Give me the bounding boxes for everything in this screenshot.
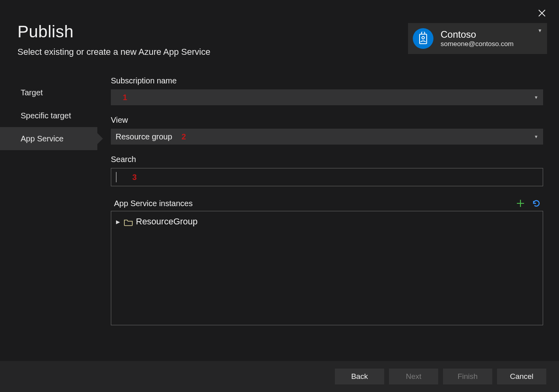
- back-button[interactable]: Back: [335, 369, 384, 384]
- account-picker[interactable]: Contoso someone@contoso.com ▼: [408, 23, 547, 54]
- plus-icon: [516, 199, 525, 208]
- refresh-icon: [532, 199, 541, 208]
- tree-item-resource-group[interactable]: ▶ ResourceGroup: [115, 214, 539, 229]
- sidebar-item-app-service[interactable]: App Service: [0, 127, 97, 150]
- expand-icon[interactable]: ▶: [115, 219, 121, 225]
- refresh-button[interactable]: [531, 198, 542, 209]
- sidebar-item-label: Target: [21, 88, 43, 97]
- sidebar-item-specific-target[interactable]: Specific target: [0, 104, 97, 127]
- chevron-down-icon: ▼: [538, 28, 542, 33]
- close-button[interactable]: [536, 7, 548, 19]
- publish-dialog: Publish Select existing or create a new …: [0, 0, 559, 392]
- finish-button[interactable]: Finish: [443, 369, 492, 384]
- account-badge-icon: [413, 28, 433, 49]
- callout-marker-1: 1: [123, 93, 127, 102]
- view-select[interactable]: Resource group 2 ▼: [111, 129, 543, 145]
- view-value: Resource group: [116, 132, 172, 141]
- subscription-select[interactable]: 1 ▼: [111, 89, 543, 105]
- text-cursor: [116, 172, 116, 182]
- instances-header: App Service instances: [111, 198, 543, 209]
- account-info: Contoso someone@contoso.com: [441, 29, 536, 48]
- chevron-down-icon: ▼: [534, 134, 538, 139]
- sidebar-item-label: App Service: [21, 134, 64, 143]
- instances-label: App Service instances: [111, 199, 193, 208]
- wizard-steps-sidebar: Target Specific target App Service: [0, 76, 97, 338]
- search-label: Search: [111, 155, 543, 164]
- form-area: Subscription name 1 ▼ View Resource grou…: [97, 76, 559, 338]
- cancel-button[interactable]: Cancel: [497, 369, 546, 384]
- dialog-footer: Back Next Finish Cancel: [0, 361, 559, 392]
- account-name: Contoso: [441, 29, 536, 40]
- tree-item-label: ResourceGroup: [136, 216, 197, 227]
- sidebar-item-target[interactable]: Target: [0, 81, 97, 104]
- sidebar-item-label: Specific target: [21, 111, 71, 120]
- chevron-down-icon: ▼: [534, 95, 538, 100]
- view-field: View Resource group 2 ▼: [111, 116, 543, 145]
- svg-point-1: [422, 37, 424, 39]
- callout-marker-3: 3: [132, 173, 137, 182]
- search-field: Search 3: [111, 155, 543, 186]
- view-label: View: [111, 116, 543, 125]
- add-instance-button[interactable]: [515, 198, 526, 209]
- account-email: someone@contoso.com: [441, 40, 536, 48]
- next-button[interactable]: Next: [389, 369, 438, 384]
- callout-marker-2: 2: [182, 132, 186, 141]
- subscription-label: Subscription name: [111, 76, 543, 85]
- instances-tree[interactable]: ▶ ResourceGroup: [111, 211, 543, 325]
- folder-icon: [124, 218, 133, 225]
- close-icon: [538, 10, 545, 17]
- subscription-field: Subscription name 1 ▼: [111, 76, 543, 105]
- search-input[interactable]: 3: [111, 168, 543, 186]
